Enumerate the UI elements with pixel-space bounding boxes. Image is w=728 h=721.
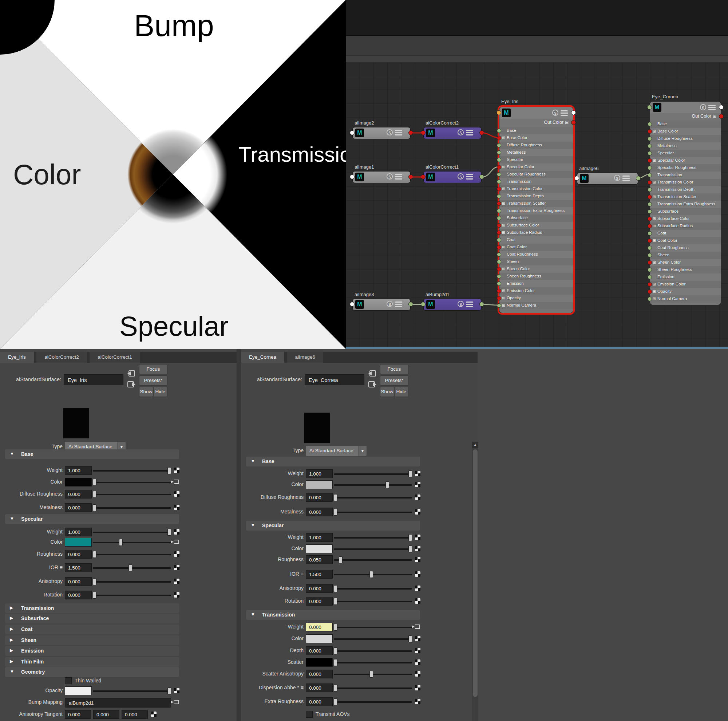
slider[interactable] [93, 470, 171, 471]
expand-icon[interactable]: ⊞ [502, 245, 506, 250]
node-attr-row[interactable]: Subsurface [650, 208, 721, 215]
node-name-field[interactable]: Eye_Iris [64, 374, 123, 385]
color-swatch[interactable] [65, 538, 92, 546]
texture-map-icon[interactable] [174, 505, 179, 510]
expand-icon[interactable]: ⊞ [502, 296, 506, 300]
node-attr-row[interactable]: ⊞ Emission Color [650, 281, 721, 288]
input-connections-icon[interactable] [369, 370, 376, 377]
attr-list-icon[interactable] [561, 110, 568, 116]
expand-icon[interactable]: ⊞ [502, 303, 506, 308]
attr-port[interactable] [648, 224, 652, 228]
section-collapsed-icon[interactable]: ▶ [10, 648, 13, 653]
texture-map-icon[interactable] [174, 551, 179, 557]
attr-port[interactable] [648, 297, 652, 301]
attr-port[interactable] [497, 209, 501, 213]
texture-map-icon[interactable] [415, 509, 421, 514]
expand-icon[interactable]: ⊞ [653, 158, 657, 163]
node-attr-row[interactable]: Metalness [499, 149, 573, 156]
expand-icon[interactable]: ⊞ [653, 238, 657, 243]
slider[interactable] [93, 554, 171, 555]
value-field[interactable]: 0.000 [306, 683, 333, 692]
color-swatch[interactable] [65, 686, 92, 695]
node-attr-row[interactable]: Transmission Depth [499, 193, 573, 200]
section-specular[interactable]: ▼ Specular [246, 521, 420, 531]
node-attr-row[interactable]: ⊞ Transmission Scatter [650, 193, 721, 201]
node-attr-row[interactable]: Sheen Roughness [499, 273, 573, 280]
value-field[interactable]: 0.000 [65, 503, 92, 512]
texture-map-icon[interactable] [415, 586, 421, 591]
node-attr-row[interactable]: Specular Roughness [650, 164, 721, 171]
attr-port[interactable] [648, 144, 652, 148]
hide-button[interactable]: Hide [153, 387, 167, 397]
collapsed-section-header[interactable]: ▶ Coat [5, 625, 179, 634]
section-expanded-icon[interactable]: ▼ [251, 612, 255, 617]
value-field-highlighted[interactable]: 0.000 [306, 623, 333, 631]
attr-port[interactable] [648, 122, 652, 126]
node-attr-row[interactable]: Sheen Roughness [650, 266, 721, 274]
out-color-row[interactable]: Out Color ⊞ [650, 113, 721, 121]
node-attr-row[interactable]: Diffuse Roughness [499, 142, 573, 149]
input-connection-icon[interactable] [174, 540, 179, 544]
node-header[interactable]: M S [650, 102, 721, 113]
attr-port[interactable] [497, 223, 501, 228]
focus-button[interactable]: Focus [139, 364, 167, 374]
attr-list-icon[interactable] [395, 302, 402, 307]
material-swatch[interactable] [304, 413, 330, 443]
expand-icon[interactable]: ⊞ [653, 260, 657, 265]
value-field[interactable]: 0.000 [306, 670, 333, 678]
input-port[interactable] [421, 175, 425, 179]
tab-eye-cornea[interactable]: Eye_Cornea [241, 352, 284, 363]
slider[interactable] [334, 601, 412, 602]
slider[interactable] [93, 507, 171, 509]
expand-icon[interactable]: ⊞ [502, 230, 506, 235]
attr-port[interactable] [497, 231, 501, 235]
color-swatch[interactable] [306, 634, 333, 643]
input-port[interactable] [350, 302, 355, 307]
panel-divider[interactable] [237, 349, 241, 721]
expand-icon[interactable]: ⊞ [502, 135, 506, 140]
value-field[interactable]: 0.000 [306, 508, 333, 516]
value-field[interactable]: 1.000 [306, 533, 333, 542]
output-port[interactable] [636, 176, 641, 181]
value-field[interactable]: 0.000 [306, 646, 333, 655]
section-expanded-icon[interactable]: ▼ [10, 451, 14, 456]
section-collapsed-icon[interactable]: ▶ [10, 605, 13, 610]
collapsed-section-header[interactable]: ▶ Emission [5, 646, 179, 656]
node-attr-row[interactable]: ⊞ Subsurface Radius [650, 222, 721, 230]
attr-port[interactable] [648, 173, 652, 178]
slider[interactable] [334, 651, 412, 652]
texture-map-icon[interactable] [415, 685, 421, 690]
type-dropdown[interactable]: Ai Standard Surface [306, 446, 358, 456]
slider[interactable] [334, 473, 412, 475]
thin-walled-checkbox[interactable] [65, 677, 72, 684]
texture-map-icon[interactable] [415, 546, 421, 551]
texture-map-icon[interactable] [174, 491, 179, 497]
attr-port[interactable] [648, 195, 652, 199]
expand-icon[interactable]: ⊞ [502, 223, 506, 228]
expand-icon[interactable]: ⊞ [502, 165, 506, 169]
node-aibump2d1[interactable]: aiBump2d1 M S [423, 299, 482, 311]
attr-port[interactable] [648, 210, 652, 214]
node-attr-row[interactable]: ⊞ Transmission Color [650, 179, 721, 186]
input-connection-icon[interactable] [415, 625, 420, 629]
attr-port[interactable] [648, 151, 652, 156]
slider[interactable] [334, 687, 412, 689]
attr-port[interactable] [497, 143, 501, 147]
texture-map-icon[interactable] [174, 468, 179, 473]
node-attr-row[interactable]: Base [499, 127, 573, 135]
material-swatch[interactable] [63, 408, 89, 438]
value-field[interactable]: 0.000 [65, 577, 92, 586]
value-field[interactable]: 0.000 [65, 490, 92, 499]
input-port[interactable] [421, 302, 425, 307]
collapsed-section-header[interactable]: ▶ Sheen [5, 635, 179, 645]
slider[interactable] [334, 662, 412, 663]
attr-list-icon[interactable] [395, 130, 402, 135]
collapsed-section-header[interactable]: ▶ Subsurface [5, 614, 179, 623]
section-transmission[interactable]: ▼ Transmission [246, 610, 420, 620]
attr-port[interactable] [648, 289, 652, 294]
value-field[interactable]: 0.000 [122, 710, 148, 719]
node-attr-row[interactable]: Emission [499, 280, 573, 287]
expand-icon[interactable]: ⊞ [653, 129, 657, 134]
attr-port[interactable] [497, 289, 501, 293]
section-specular[interactable]: ▼ Specular [5, 514, 179, 524]
